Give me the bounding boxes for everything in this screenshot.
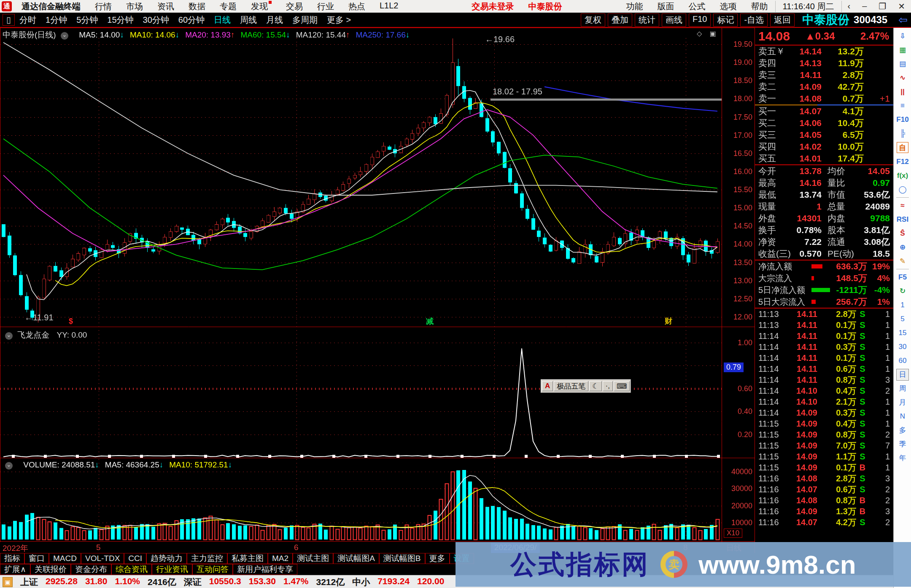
toolbar-button-复权[interactable]: 复权 <box>581 13 605 27</box>
period-tab-1分钟[interactable]: 1分钟 <box>41 14 72 26</box>
menu-item-资讯[interactable]: 资讯 <box>150 1 181 12</box>
menu-item-行情[interactable]: 行情 <box>88 1 119 12</box>
indicator-tab-趋势动力[interactable]: 趋势动力 <box>146 553 187 564</box>
queue-row-sell[interactable]: 卖四14.1311.9万 <box>755 57 893 69</box>
period-tab-周线[interactable]: 周线 <box>235 14 261 26</box>
queue-row-buy[interactable]: 买四14.0210.0万 <box>755 141 893 153</box>
chevron-down-icon[interactable]: ⌄ <box>5 332 13 340</box>
strip-period-日[interactable]: 日 <box>894 368 911 381</box>
ime-name-button[interactable]: 极品五笔 <box>554 381 588 391</box>
menu-item-市场[interactable]: 市场 <box>119 1 150 12</box>
strip-period-15[interactable]: 15 <box>894 326 911 340</box>
strip-period-1[interactable]: 1 <box>894 298 911 312</box>
ext-tab-扩展∧[interactable]: 扩展∧ <box>0 564 30 575</box>
chevron-down-icon[interactable]: ⌄ <box>61 32 68 40</box>
period-tab-多周期[interactable]: 多周期 <box>288 14 322 26</box>
back-arrow-icon[interactable]: ⇦ <box>898 13 908 27</box>
menu-item-热点[interactable]: 热点 <box>341 1 372 12</box>
pencil-icon[interactable]: ✎ <box>894 254 911 268</box>
indicator-tab-指标[interactable]: 指标 <box>0 553 24 564</box>
menu-item-公式[interactable]: 公式 <box>682 1 713 12</box>
menu-item-版面[interactable]: 版面 <box>650 1 682 12</box>
menu-item-L1L2[interactable]: L1L2 <box>372 1 406 12</box>
strip-period-月[interactable]: 月 <box>894 395 911 409</box>
index-icon[interactable]: ▣ <box>3 577 13 587</box>
period-tab-分时[interactable]: 分时 <box>15 14 41 26</box>
ext-tab-关联报价[interactable]: 关联报价 <box>30 564 71 575</box>
menu-item-交易[interactable]: 交易 <box>279 1 310 12</box>
indicator-tab-测试幅图A[interactable]: 测试幅图A <box>333 553 379 564</box>
toolbar-button-叠加[interactable]: 叠加 <box>608 13 632 27</box>
indicator-tab-测试幅图B[interactable]: 测试幅图B <box>379 553 425 564</box>
ext-tab-资金分布[interactable]: 资金分布 <box>71 564 111 575</box>
ime-mode-button[interactable]: A <box>542 381 553 391</box>
ime-punct-button[interactable]: ·, <box>603 381 613 391</box>
refresh-icon[interactable]: ↻ <box>894 284 911 298</box>
f12-icon[interactable]: F12 <box>894 155 911 169</box>
menu-item-选项[interactable]: 选项 <box>713 1 744 12</box>
menu-item-功能[interactable]: 功能 <box>619 1 650 12</box>
quote-table-icon[interactable]: ▤ <box>894 57 911 71</box>
queue-row-sell[interactable]: 卖三14.112.8万 <box>755 69 893 81</box>
indicator-tab-MA2[interactable]: MA2 <box>268 553 293 564</box>
indicator-tab-私募主图[interactable]: 私募主图 <box>227 553 268 564</box>
quick-stock-link[interactable]: 中泰股份 <box>521 1 569 12</box>
wave-icon[interactable]: ≈ <box>894 199 911 212</box>
menu-item-帮助[interactable]: 帮助 <box>744 1 775 12</box>
queue-row-buy[interactable]: 买三14.056.5万 <box>755 129 893 141</box>
ime-keyboard-icon[interactable]: ⌨ <box>614 381 630 391</box>
queue-row-buy[interactable]: 买二14.0610.4万 <box>755 117 893 129</box>
chevron-down-icon[interactable]: ⌄ <box>5 462 13 470</box>
circle-icon[interactable]: ◯ <box>894 183 911 196</box>
down-arrow-icon[interactable]: ⇩ <box>894 29 911 43</box>
back-button[interactable]: ‹ <box>842 1 857 11</box>
restore-button[interactable]: ❐ <box>873 1 892 11</box>
indicator-tab-VOL-TDX[interactable]: VOL-TDX <box>81 553 124 564</box>
queue-row-buy[interactable]: 买一14.074.1万 <box>755 105 893 117</box>
indicator-tab-主力监控[interactable]: 主力监控 <box>187 553 227 564</box>
panel-toggle-icon[interactable]: ▯ <box>3 14 15 26</box>
toolbar-button-返回[interactable]: 返回 <box>770 13 795 27</box>
report-icon[interactable]: ▦ <box>894 43 911 57</box>
trend-icon[interactable]: ∿ <box>894 71 911 85</box>
period-tab-60分钟[interactable]: 60分钟 <box>174 14 209 26</box>
diamond-icon[interactable]: ◇ <box>697 30 702 37</box>
indicator-tab-MACD[interactable]: MACD <box>49 553 81 564</box>
strip-period-30[interactable]: 30 <box>894 340 911 354</box>
toolbar-button-统计[interactable]: 统计 <box>635 13 659 27</box>
strip-period-N[interactable]: N <box>894 409 911 423</box>
zixuan-icon[interactable]: 自 <box>897 142 908 153</box>
indicator-tab-CCI[interactable]: CCI <box>124 553 146 564</box>
queue-row-sell[interactable]: 卖二14.0942.7万 <box>755 81 893 93</box>
ext-tab-新用户福利专享[interactable]: 新用户福利专享 <box>233 564 297 575</box>
close-button[interactable]: ✕ <box>892 1 911 11</box>
ext-tab-综合资讯[interactable]: 综合资讯 <box>111 564 152 575</box>
indicator-tab-更多[interactable]: 更多 <box>425 553 450 564</box>
toolbar-button--自选[interactable]: -自选 <box>740 13 768 27</box>
strip-period-60[interactable]: 60 <box>894 354 911 368</box>
period-tab-月线[interactable]: 月线 <box>261 14 288 26</box>
minimize-button[interactable]: – <box>856 1 873 11</box>
ext-tab-行业资讯[interactable]: 行业资讯 <box>152 564 192 575</box>
indicator-tab-测试主图[interactable]: 测试主图 <box>293 553 333 564</box>
strip-period-季[interactable]: 季 <box>894 437 911 451</box>
period-tab-15分钟[interactable]: 15分钟 <box>102 14 138 26</box>
f10-icon[interactable]: F10 <box>894 113 911 126</box>
menu-item-行业[interactable]: 行业 <box>310 1 341 12</box>
f5-icon[interactable]: F5 <box>894 270 911 284</box>
menu-item-专题[interactable]: 专题 <box>213 1 244 12</box>
rsi-icon[interactable]: RSI <box>894 212 911 226</box>
move-icon[interactable]: ⊕ <box>894 240 911 254</box>
period-tab-5分钟[interactable]: 5分钟 <box>72 14 102 26</box>
strip-period-多[interactable]: 多 <box>894 423 911 437</box>
queue-row-sell[interactable]: 卖一14.080.7万+1 <box>755 93 893 105</box>
formula-icon[interactable]: f(x) <box>894 169 911 183</box>
login-status[interactable]: 交易未登录 <box>465 1 521 12</box>
period-tab-更多 >[interactable]: 更多 > <box>322 14 356 26</box>
toolbar-button-F10[interactable]: F10 <box>689 13 711 27</box>
indicator-tab-窗口[interactable]: 窗口 <box>24 553 49 564</box>
queue-row-buy[interactable]: 买五14.0117.4万 <box>755 153 893 164</box>
kline-icon[interactable]: || <box>894 85 911 99</box>
queue-row-sell[interactable]: 卖五￥14.1413.2万 <box>755 46 893 57</box>
tree-icon[interactable]: ╠ <box>894 126 911 140</box>
